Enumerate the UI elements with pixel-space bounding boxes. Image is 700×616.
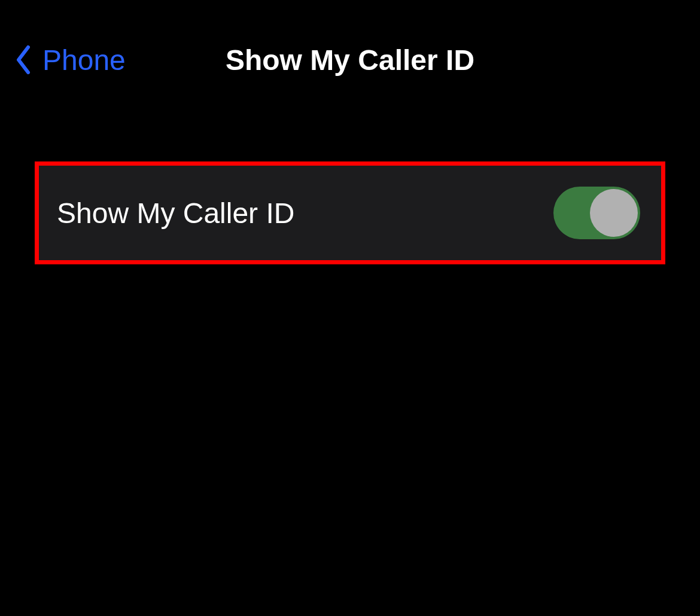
caller-id-label: Show My Caller ID: [57, 197, 294, 230]
highlighted-row: Show My Caller ID: [35, 161, 665, 264]
back-button[interactable]: Phone: [15, 44, 126, 77]
back-label: Phone: [42, 44, 126, 77]
caller-id-toggle[interactable]: [553, 187, 640, 239]
page-title: Show My Caller ID: [226, 44, 474, 77]
chevron-left-icon: [15, 45, 32, 75]
navigation-bar: Phone Show My Caller ID: [0, 0, 700, 78]
content-area: Show My Caller ID: [0, 78, 700, 264]
caller-id-row[interactable]: Show My Caller ID: [39, 166, 661, 260]
toggle-knob: [590, 189, 638, 237]
